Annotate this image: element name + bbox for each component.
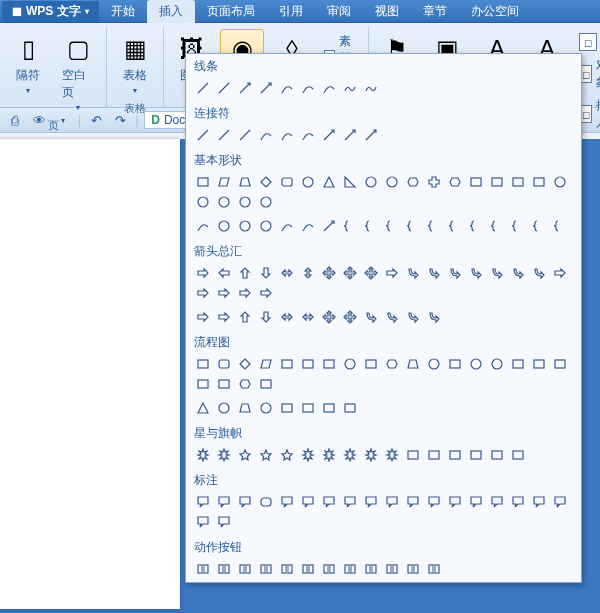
shape-item[interactable] — [234, 445, 255, 465]
menu-tab-0[interactable]: 开始 — [99, 0, 147, 23]
menu-tab-1[interactable]: 插入 — [147, 0, 195, 23]
shape-item[interactable] — [192, 512, 213, 532]
ribbon-small-域[interactable]: ◻域 — [575, 31, 600, 53]
shape-item[interactable] — [213, 307, 234, 327]
shape-item[interactable] — [339, 559, 360, 579]
shape-item[interactable] — [276, 559, 297, 579]
shape-item[interactable] — [192, 192, 213, 212]
shape-item[interactable] — [549, 216, 570, 236]
shape-item[interactable] — [465, 354, 486, 374]
shape-item[interactable] — [381, 263, 402, 283]
shape-item[interactable] — [297, 398, 318, 418]
shape-item[interactable] — [381, 559, 402, 579]
shape-item[interactable] — [192, 263, 213, 283]
shape-item[interactable] — [339, 354, 360, 374]
shape-item[interactable] — [339, 172, 360, 192]
shape-item[interactable] — [549, 172, 570, 192]
shape-item[interactable] — [423, 354, 444, 374]
shape-item[interactable] — [360, 445, 381, 465]
shape-item[interactable] — [528, 492, 549, 512]
shape-item[interactable] — [213, 354, 234, 374]
shape-item[interactable] — [255, 172, 276, 192]
shape-item[interactable] — [486, 263, 507, 283]
shape-item[interactable] — [318, 172, 339, 192]
shape-item[interactable] — [444, 354, 465, 374]
shape-item[interactable] — [192, 283, 213, 303]
shape-item[interactable] — [360, 216, 381, 236]
shape-item[interactable] — [360, 172, 381, 192]
shape-item[interactable] — [255, 125, 276, 145]
shape-item[interactable] — [339, 398, 360, 418]
app-logo[interactable]: ◼ WPS 文字 ▾ — [2, 1, 99, 22]
shape-item[interactable] — [339, 263, 360, 283]
shape-item[interactable] — [507, 354, 528, 374]
shape-item[interactable] — [381, 172, 402, 192]
shape-item[interactable] — [360, 492, 381, 512]
qat-print-icon[interactable]: ⎙ — [6, 111, 24, 129]
menu-tab-4[interactable]: 审阅 — [315, 0, 363, 23]
menu-tab-3[interactable]: 引用 — [267, 0, 315, 23]
shape-item[interactable] — [297, 172, 318, 192]
shape-item[interactable] — [549, 263, 570, 283]
qat-preview-icon[interactable]: 👁 — [30, 111, 48, 129]
shape-item[interactable] — [402, 354, 423, 374]
shape-item[interactable] — [213, 492, 234, 512]
shape-item[interactable] — [339, 307, 360, 327]
shape-item[interactable] — [213, 263, 234, 283]
shape-item[interactable] — [465, 172, 486, 192]
shape-item[interactable] — [192, 492, 213, 512]
shape-item[interactable] — [318, 398, 339, 418]
shape-item[interactable] — [423, 172, 444, 192]
shape-item[interactable] — [234, 398, 255, 418]
shape-item[interactable] — [255, 492, 276, 512]
shape-item[interactable] — [255, 398, 276, 418]
shape-item[interactable] — [402, 172, 423, 192]
shape-item[interactable] — [297, 354, 318, 374]
shape-item[interactable] — [339, 125, 360, 145]
shape-item[interactable] — [213, 559, 234, 579]
shape-item[interactable] — [255, 78, 276, 98]
shape-item[interactable] — [444, 172, 465, 192]
shape-item[interactable] — [360, 307, 381, 327]
shape-item[interactable] — [213, 216, 234, 236]
shape-item[interactable] — [297, 492, 318, 512]
shape-item[interactable] — [234, 125, 255, 145]
shape-item[interactable] — [507, 492, 528, 512]
shape-item[interactable] — [234, 172, 255, 192]
shape-item[interactable] — [255, 192, 276, 212]
ribbon-btn-隔符[interactable]: ▯隔符▾ — [6, 29, 50, 99]
shape-item[interactable] — [276, 398, 297, 418]
shape-item[interactable] — [276, 445, 297, 465]
shape-item[interactable] — [339, 216, 360, 236]
shape-item[interactable] — [276, 354, 297, 374]
document-page[interactable] — [0, 139, 180, 609]
shape-item[interactable] — [360, 78, 381, 98]
shape-item[interactable] — [507, 172, 528, 192]
shape-item[interactable] — [276, 492, 297, 512]
shape-item[interactable] — [192, 216, 213, 236]
shape-item[interactable] — [465, 492, 486, 512]
shape-item[interactable] — [318, 125, 339, 145]
shape-item[interactable] — [297, 216, 318, 236]
shape-item[interactable] — [318, 559, 339, 579]
shape-item[interactable] — [192, 354, 213, 374]
shape-item[interactable] — [402, 445, 423, 465]
shape-item[interactable] — [318, 78, 339, 98]
shape-item[interactable] — [318, 307, 339, 327]
shape-item[interactable] — [192, 172, 213, 192]
shape-item[interactable] — [465, 216, 486, 236]
qat-undo-icon[interactable]: ↶ — [87, 111, 105, 129]
shape-item[interactable] — [276, 216, 297, 236]
shape-item[interactable] — [318, 492, 339, 512]
shape-item[interactable] — [486, 354, 507, 374]
shape-item[interactable] — [255, 307, 276, 327]
shape-item[interactable] — [213, 445, 234, 465]
shape-item[interactable] — [339, 78, 360, 98]
shape-item[interactable] — [213, 125, 234, 145]
shape-item[interactable] — [423, 445, 444, 465]
shape-item[interactable] — [465, 263, 486, 283]
shape-item[interactable] — [381, 216, 402, 236]
shape-item[interactable] — [255, 354, 276, 374]
shape-item[interactable] — [255, 374, 276, 394]
qat-redo-icon[interactable]: ↷ — [111, 111, 129, 129]
